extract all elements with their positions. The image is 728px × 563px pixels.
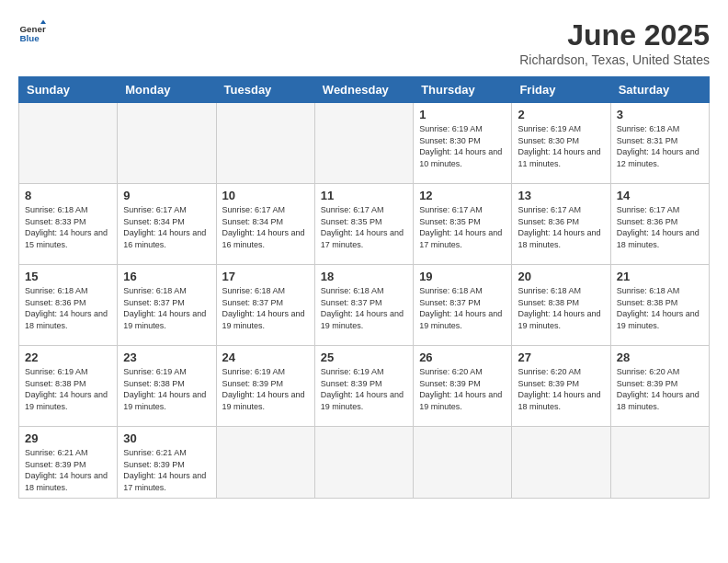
calendar-cell	[216, 103, 314, 184]
day-info: Sunrise: 6:19 AMSunset: 8:38 PMDaylight:…	[25, 366, 111, 412]
day-info: Sunrise: 6:18 AMSunset: 8:38 PMDaylight:…	[617, 285, 703, 331]
calendar-cell: 28Sunrise: 6:20 AMSunset: 8:39 PMDayligh…	[610, 346, 709, 427]
day-of-week-header: Saturday	[610, 77, 709, 103]
calendar-cell	[216, 427, 314, 499]
day-number: 2	[518, 108, 604, 121]
day-number: 14	[617, 189, 703, 202]
day-of-week-header: Monday	[118, 77, 216, 103]
calendar-cell	[512, 427, 610, 499]
calendar-cell	[118, 103, 216, 184]
day-info: Sunrise: 6:18 AMSunset: 8:31 PMDaylight:…	[617, 123, 703, 169]
day-info: Sunrise: 6:17 AMSunset: 8:36 PMDaylight:…	[617, 204, 703, 250]
day-info: Sunrise: 6:21 AMSunset: 8:39 PMDaylight:…	[25, 447, 111, 493]
calendar-cell: 3Sunrise: 6:18 AMSunset: 8:31 PMDaylight…	[610, 103, 709, 184]
day-number: 20	[518, 270, 604, 283]
calendar-cell: 17Sunrise: 6:18 AMSunset: 8:37 PMDayligh…	[216, 265, 314, 346]
day-info: Sunrise: 6:17 AMSunset: 8:34 PMDaylight:…	[123, 204, 210, 250]
calendar-cell: 19Sunrise: 6:18 AMSunset: 8:37 PMDayligh…	[414, 265, 512, 346]
logo-icon: General Blue	[18, 18, 46, 46]
day-number: 12	[419, 189, 506, 202]
month-title: June 2025	[519, 18, 710, 52]
calendar-cell: 13Sunrise: 6:17 AMSunset: 8:36 PMDayligh…	[512, 184, 610, 265]
logo: General Blue	[18, 18, 50, 46]
day-number: 30	[123, 431, 210, 445]
day-info: Sunrise: 6:18 AMSunset: 8:33 PMDaylight:…	[25, 204, 111, 250]
calendar-cell: 14Sunrise: 6:17 AMSunset: 8:36 PMDayligh…	[610, 184, 709, 265]
day-number: 9	[123, 189, 210, 202]
day-number: 28	[617, 350, 703, 364]
calendar-cell	[19, 103, 118, 184]
calendar-cell: 26Sunrise: 6:20 AMSunset: 8:39 PMDayligh…	[414, 346, 512, 427]
day-info: Sunrise: 6:19 AMSunset: 8:39 PMDaylight:…	[222, 366, 309, 412]
day-number: 10	[222, 189, 309, 202]
day-info: Sunrise: 6:17 AMSunset: 8:34 PMDaylight:…	[222, 204, 309, 250]
day-number: 16	[123, 270, 210, 283]
calendar-cell: 22Sunrise: 6:19 AMSunset: 8:38 PMDayligh…	[19, 346, 118, 427]
day-info: Sunrise: 6:18 AMSunset: 8:37 PMDaylight:…	[222, 285, 309, 331]
day-number: 23	[123, 350, 210, 364]
calendar-cell	[314, 427, 413, 499]
calendar-cell: 27Sunrise: 6:20 AMSunset: 8:39 PMDayligh…	[512, 346, 610, 427]
day-of-week-header: Thursday	[414, 77, 512, 103]
day-number: 19	[419, 270, 506, 283]
calendar-body: 1Sunrise: 6:19 AMSunset: 8:30 PMDaylight…	[19, 103, 710, 499]
calendar-header-row: SundayMondayTuesdayWednesdayThursdayFrid…	[19, 77, 710, 103]
day-number: 13	[518, 189, 604, 202]
calendar-cell: 8Sunrise: 6:18 AMSunset: 8:33 PMDaylight…	[19, 184, 118, 265]
day-number: 25	[321, 350, 407, 364]
day-number: 17	[222, 270, 309, 283]
location: Richardson, Texas, United States	[519, 52, 710, 67]
calendar-cell	[610, 427, 709, 499]
day-info: Sunrise: 6:19 AMSunset: 8:38 PMDaylight:…	[123, 366, 210, 412]
calendar-cell: 20Sunrise: 6:18 AMSunset: 8:38 PMDayligh…	[512, 265, 610, 346]
day-number: 26	[419, 350, 506, 364]
calendar-cell: 18Sunrise: 6:18 AMSunset: 8:37 PMDayligh…	[314, 265, 413, 346]
day-number: 15	[25, 270, 111, 283]
day-of-week-header: Sunday	[19, 77, 118, 103]
calendar-header: General Blue June 2025 Richardson, Texas…	[18, 18, 710, 67]
calendar-cell: 15Sunrise: 6:18 AMSunset: 8:36 PMDayligh…	[19, 265, 118, 346]
day-number: 21	[617, 270, 703, 283]
day-number: 18	[321, 270, 407, 283]
day-number: 3	[617, 108, 703, 121]
day-info: Sunrise: 6:21 AMSunset: 8:39 PMDaylight:…	[123, 447, 210, 493]
calendar-table: SundayMondayTuesdayWednesdayThursdayFrid…	[18, 76, 710, 499]
day-number: 8	[25, 189, 111, 202]
calendar-cell: 30Sunrise: 6:21 AMSunset: 8:39 PMDayligh…	[118, 427, 216, 499]
day-info: Sunrise: 6:19 AMSunset: 8:39 PMDaylight:…	[321, 366, 407, 412]
day-of-week-header: Tuesday	[216, 77, 314, 103]
day-info: Sunrise: 6:20 AMSunset: 8:39 PMDaylight:…	[617, 366, 703, 412]
day-info: Sunrise: 6:17 AMSunset: 8:35 PMDaylight:…	[321, 204, 407, 250]
calendar-cell: 25Sunrise: 6:19 AMSunset: 8:39 PMDayligh…	[314, 346, 413, 427]
svg-text:Blue: Blue	[20, 33, 40, 43]
day-number: 11	[321, 189, 407, 202]
calendar-cell: 21Sunrise: 6:18 AMSunset: 8:38 PMDayligh…	[610, 265, 709, 346]
day-info: Sunrise: 6:18 AMSunset: 8:38 PMDaylight:…	[518, 285, 604, 331]
svg-marker-2	[40, 20, 46, 25]
calendar-cell: 29Sunrise: 6:21 AMSunset: 8:39 PMDayligh…	[19, 427, 118, 499]
calendar-cell	[314, 103, 413, 184]
calendar-cell: 10Sunrise: 6:17 AMSunset: 8:34 PMDayligh…	[216, 184, 314, 265]
day-info: Sunrise: 6:19 AMSunset: 8:30 PMDaylight:…	[419, 123, 506, 169]
day-number: 1	[419, 108, 506, 121]
calendar-cell: 1Sunrise: 6:19 AMSunset: 8:30 PMDaylight…	[414, 103, 512, 184]
day-number: 29	[25, 431, 111, 445]
title-area: June 2025 Richardson, Texas, United Stat…	[519, 18, 710, 67]
calendar-cell: 16Sunrise: 6:18 AMSunset: 8:37 PMDayligh…	[118, 265, 216, 346]
day-info: Sunrise: 6:18 AMSunset: 8:36 PMDaylight:…	[25, 285, 111, 331]
day-of-week-header: Friday	[512, 77, 610, 103]
day-info: Sunrise: 6:19 AMSunset: 8:30 PMDaylight:…	[518, 123, 604, 169]
calendar-cell: 23Sunrise: 6:19 AMSunset: 8:38 PMDayligh…	[118, 346, 216, 427]
calendar-cell: 12Sunrise: 6:17 AMSunset: 8:35 PMDayligh…	[414, 184, 512, 265]
calendar-cell: 11Sunrise: 6:17 AMSunset: 8:35 PMDayligh…	[314, 184, 413, 265]
day-number: 24	[222, 350, 309, 364]
day-info: Sunrise: 6:17 AMSunset: 8:35 PMDaylight:…	[419, 204, 506, 250]
calendar-cell: 24Sunrise: 6:19 AMSunset: 8:39 PMDayligh…	[216, 346, 314, 427]
day-number: 22	[25, 350, 111, 364]
day-info: Sunrise: 6:20 AMSunset: 8:39 PMDaylight:…	[518, 366, 604, 412]
day-info: Sunrise: 6:18 AMSunset: 8:37 PMDaylight:…	[321, 285, 407, 331]
day-of-week-header: Wednesday	[314, 77, 413, 103]
day-info: Sunrise: 6:20 AMSunset: 8:39 PMDaylight:…	[419, 366, 506, 412]
day-info: Sunrise: 6:18 AMSunset: 8:37 PMDaylight:…	[419, 285, 506, 331]
day-info: Sunrise: 6:18 AMSunset: 8:37 PMDaylight:…	[123, 285, 210, 331]
